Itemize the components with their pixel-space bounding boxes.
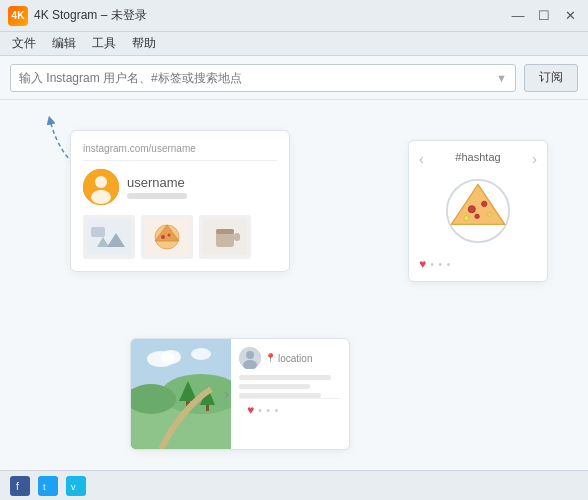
profile-thumbnails [83,215,277,259]
svg-rect-15 [216,229,234,234]
menu-bar: 文件 编辑 工具 帮助 [0,32,588,56]
svg-text:t: t [43,482,46,492]
svg-point-21 [488,213,492,217]
hashtag-next-arrow[interactable]: › [532,151,537,167]
heart-icon: ♥ [419,257,426,271]
search-box: ▼ [10,64,516,92]
profile-name-block: username [127,175,187,199]
location-info: 📍 location ♥ • • • [231,339,349,449]
svg-point-2 [95,176,107,188]
search-input[interactable] [19,71,496,85]
title-bar-title: 4K Stogram – 未登录 [34,7,508,24]
hashtag-footer: ♥ • • • [419,257,537,271]
loc-line-2 [239,384,310,389]
location-heart-icon: ♥ [247,403,254,417]
svg-rect-5 [91,227,105,237]
location-lines [239,375,341,398]
profile-thumb-3 [199,215,251,259]
svg-point-17 [468,206,475,213]
pin-icon: 📍 [265,353,276,363]
location-footer: ♥ • • • [239,398,341,421]
profile-username: username [127,175,187,190]
profile-user: username [83,169,277,205]
maximize-button[interactable]: ☐ [534,6,554,26]
menu-edit[interactable]: 编辑 [44,33,84,54]
svg-text:v: v [71,482,76,492]
status-bar: f t v [0,470,588,500]
svg-point-19 [475,214,479,218]
title-bar: 4K 4K Stogram – 未登录 — ☐ ✕ [0,0,588,32]
app-icon: 4K [8,6,28,26]
menu-file[interactable]: 文件 [4,33,44,54]
svg-point-34 [246,351,254,359]
illustration: instagram.com/username username [10,110,578,460]
toolbar: ▼ 订阅 [0,56,588,100]
hashtag-card: ‹ #hashtag › ♥ • • • [408,140,548,282]
menu-help[interactable]: 帮助 [124,33,164,54]
subscribe-button[interactable]: 订阅 [524,64,578,92]
location-next-arrow[interactable]: › [224,386,229,402]
svg-text:f: f [16,481,19,492]
twitter-icon[interactable]: t [38,476,58,496]
location-avatar [239,347,261,369]
profile-card: instagram.com/username username [70,130,290,272]
loc-line-1 [239,375,331,380]
svg-rect-14 [234,233,240,241]
loc-line-3 [239,393,321,398]
window-controls: — ☐ ✕ [508,6,580,26]
dots: • • • [430,259,451,270]
dropdown-arrow[interactable]: ▼ [496,72,507,84]
location-name: 📍 location [265,353,312,364]
profile-avatar [83,169,119,205]
profile-bar [127,193,187,199]
svg-point-28 [191,348,211,360]
svg-point-27 [161,350,181,364]
svg-point-3 [91,190,111,204]
vimeo-icon[interactable]: v [66,476,86,496]
svg-point-20 [464,215,469,220]
close-button[interactable]: ✕ [560,6,580,26]
svg-point-11 [168,234,171,237]
svg-point-10 [161,235,165,239]
minimize-button[interactable]: — [508,6,528,26]
menu-tools[interactable]: 工具 [84,33,124,54]
hashtag-nav: ‹ #hashtag › [419,151,537,167]
location-header: 📍 location [239,347,341,369]
profile-thumb-2 [141,215,193,259]
facebook-icon[interactable]: f [10,476,30,496]
location-dots: • • • [258,405,279,416]
profile-url: instagram.com/username [83,143,277,161]
main-area: instagram.com/username username [0,100,588,470]
location-inner: ‹ [131,339,349,449]
hashtag-label: #hashtag [455,151,500,163]
svg-point-18 [482,201,487,206]
profile-thumb-1 [83,215,135,259]
hashtag-prev-arrow[interactable]: ‹ [419,151,424,167]
location-map: ‹ [131,339,231,449]
location-card: ‹ [130,338,350,450]
